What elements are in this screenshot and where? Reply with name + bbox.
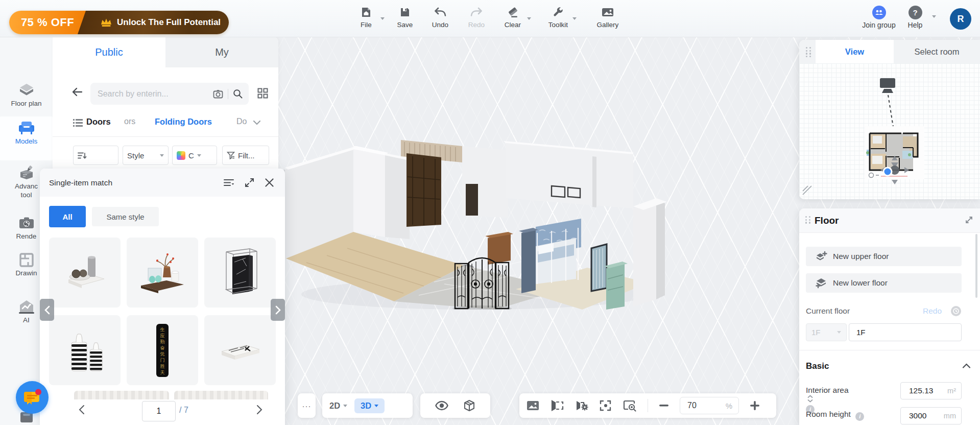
page-next-icon[interactable] — [256, 405, 262, 415]
sidebar-label-models: Models — [0, 137, 53, 146]
interior-area-unit: m² — [939, 387, 956, 395]
tab-view[interactable]: View — [816, 40, 894, 63]
product-thumbnail-marble-pedestal[interactable] — [204, 238, 276, 308]
sort-vertical-icon[interactable] — [807, 395, 813, 403]
new-lower-floor-button[interactable]: New lower floor — [806, 273, 962, 293]
carousel-prev-button[interactable] — [40, 299, 54, 321]
redo-button[interactable]: Redo — [457, 5, 496, 29]
floorplan-3d-model — [276, 131, 672, 310]
basic-collapse-chevron-icon[interactable] — [962, 363, 971, 368]
floor-drag-handle-icon[interactable] — [805, 216, 811, 224]
match-expand-icon[interactable] — [245, 178, 254, 187]
camera-minimap[interactable] — [799, 63, 980, 199]
screenshot-zoom-icon[interactable] — [623, 399, 636, 412]
join-group-button[interactable]: Join group — [857, 6, 901, 29]
camera-view-card: View Select room — [799, 40, 980, 199]
product-thumbnail-striped-bottles[interactable] — [49, 315, 121, 385]
camera-icon — [880, 78, 895, 93]
match-tab-all[interactable]: All — [49, 206, 86, 227]
sidebar-label-floor-plan: Floor plan — [0, 99, 53, 108]
history-clock-icon[interactable] — [951, 306, 961, 316]
promo-discount: 75 % OFF — [9, 11, 86, 34]
match-sort-icon[interactable] — [224, 179, 234, 186]
mode-3d-button[interactable]: 3D — [354, 398, 385, 413]
zoom-unit-label: % — [709, 402, 732, 410]
product-thumbnail-calligraphy-scroll[interactable]: 生应勤奋凭门胜天 — [127, 315, 198, 385]
interior-area-input[interactable] — [908, 386, 939, 396]
category-header[interactable]: Doors — [86, 117, 111, 127]
color-filter-button[interactable]: C — [172, 146, 217, 165]
floor-redo-button[interactable]: Redo — [923, 306, 942, 316]
mode-2d-button[interactable]: 2D — [329, 401, 347, 411]
match-tab-same-style[interactable]: Same style — [92, 207, 159, 226]
clear-button[interactable]: Clear — [493, 5, 532, 29]
gallery-label: Gallery — [588, 21, 627, 29]
product-thumbnail-vase-plate[interactable] — [49, 238, 121, 308]
promo-banner[interactable]: 75 % OFF Unlock The Full Potential — [9, 11, 229, 34]
gallery-button[interactable]: Gallery — [588, 5, 627, 29]
product-thumbnail-partial[interactable] — [174, 391, 268, 399]
tab-select-room[interactable]: Select room — [894, 40, 980, 63]
back-arrow-icon[interactable] — [72, 87, 82, 97]
visibility-eye-icon[interactable] — [435, 400, 448, 411]
more-tools-button[interactable]: ··· — [298, 393, 316, 418]
category-chevron-down-icon[interactable] — [253, 120, 261, 125]
match-panel-header[interactable]: Single-item match — [40, 169, 285, 197]
sidebar-item-models[interactable]: Models — [0, 116, 53, 160]
page-prev-icon[interactable] — [79, 405, 85, 415]
search-icon[interactable] — [233, 89, 243, 99]
new-upper-floor-button[interactable]: New upper floor — [806, 247, 962, 266]
zoom-in-button[interactable] — [750, 401, 759, 410]
category-item-truncated-next[interactable]: Do — [236, 117, 247, 126]
support-chat-button[interactable] — [16, 381, 49, 414]
camera-view-icon[interactable] — [551, 400, 564, 411]
gallery-icon — [588, 5, 627, 19]
help-button[interactable]: ? Help — [904, 6, 926, 29]
avatar[interactable]: R — [950, 8, 971, 30]
floor-select-dropdown[interactable]: 1F — [806, 323, 847, 341]
snapshot-image-icon[interactable] — [527, 400, 539, 411]
undo-button[interactable]: Undo — [421, 5, 460, 29]
minimap-camera-marker — [883, 168, 892, 176]
style-filter-button[interactable]: Style — [123, 146, 169, 165]
tab-public[interactable]: Public — [53, 37, 165, 67]
floor-expand-icon[interactable] — [965, 216, 973, 224]
more-filters-button[interactable]: Filt... — [222, 146, 269, 165]
camera-settings-icon[interactable] — [575, 400, 588, 411]
camera-search-icon[interactable] — [213, 89, 223, 99]
product-thumbnail-white-book[interactable] — [204, 315, 276, 385]
mode-2d-label: 2D — [329, 401, 340, 411]
toolkit-button[interactable]: Toolkit — [539, 5, 578, 29]
category-list-icon[interactable] — [73, 119, 83, 127]
toolbar-divider — [648, 399, 648, 412]
zoom-out-button[interactable] — [659, 405, 668, 407]
save-button[interactable]: Save — [386, 5, 424, 29]
chat-bubble-icon — [23, 389, 41, 406]
sidebar-item-floor-plan[interactable]: Floor plan — [0, 79, 53, 108]
product-thumbnail-tray-set[interactable] — [127, 238, 198, 308]
sort-filter-button[interactable] — [73, 146, 118, 165]
drag-handle-icon[interactable] — [806, 47, 811, 57]
room-height-input[interactable] — [908, 411, 939, 421]
focus-center-icon[interactable] — [600, 399, 612, 412]
product-thumbnail-partial[interactable] — [74, 391, 169, 399]
carousel-next-button[interactable] — [271, 299, 285, 321]
file-button[interactable]: File — [347, 5, 386, 29]
new-upper-floor-label: New upper floor — [833, 252, 889, 261]
floor-name-input[interactable] — [849, 323, 962, 341]
redo-label: Redo — [457, 21, 496, 29]
match-close-icon[interactable] — [265, 178, 274, 187]
3d-cube-icon[interactable] — [463, 399, 475, 412]
category-item-truncated-prev[interactable]: ors — [124, 117, 135, 126]
category-item-selected[interactable]: Folding Doors — [155, 117, 212, 127]
room-height-unit: mm — [939, 412, 956, 420]
room-height-info-icon[interactable]: i — [855, 412, 864, 421]
tab-my[interactable]: My — [165, 37, 278, 67]
page-number-input[interactable] — [142, 401, 176, 421]
resize-handle-icon[interactable] — [802, 185, 813, 196]
grid-view-icon[interactable] — [257, 88, 268, 99]
zoom-level-input[interactable] — [686, 400, 709, 411]
panel-scrollbar[interactable] — [975, 234, 977, 298]
search-input[interactable] — [97, 89, 213, 99]
help-caret-icon[interactable] — [932, 15, 936, 18]
